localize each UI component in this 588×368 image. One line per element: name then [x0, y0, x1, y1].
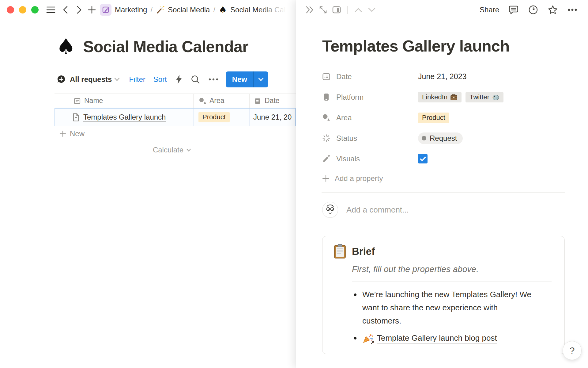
bird-icon	[492, 94, 499, 101]
calculate-dropdown[interactable]: Calculate	[55, 141, 194, 159]
memo-icon[interactable]	[100, 4, 111, 16]
divider	[352, 282, 552, 282]
brief-heading[interactable]: Brief	[352, 246, 375, 257]
visuals-checkbox-checked[interactable]	[418, 154, 428, 163]
breadcrumb-separator: /	[213, 6, 215, 14]
minimize-window-button[interactable]	[19, 6, 26, 13]
magic-wand-icon	[156, 6, 164, 14]
property-row-area: Area Product	[322, 107, 565, 128]
table-header-row: Name Area Date	[55, 94, 296, 108]
page-icon-spade[interactable]: ♠	[56, 36, 76, 58]
breadcrumb-item-marketing[interactable]: Marketing	[115, 6, 147, 14]
record-title[interactable]: Templates Gallery launch	[83, 113, 166, 121]
column-header-date[interactable]: Date	[250, 94, 296, 108]
briefcase-icon	[450, 94, 458, 101]
property-row-date: Date June 21, 2023	[322, 66, 565, 87]
area-tag-product[interactable]: Product	[418, 113, 449, 123]
breadcrumb-item-social-media-calendar[interactable]: Social Media Cal	[230, 6, 285, 14]
automations-lightning-icon[interactable]	[175, 75, 183, 84]
property-label-visuals[interactable]: Visuals	[322, 155, 418, 163]
table-row-templates-gallery-launch[interactable]: Templates Gallery launch Product June 21…	[55, 108, 296, 126]
breadcrumb: Marketing / Social Media / ♠ Social Medi…	[100, 4, 285, 16]
pencil-icon	[322, 155, 330, 163]
record-page-title[interactable]: Templates Gallery launch	[322, 37, 565, 55]
share-button[interactable]: Share	[480, 6, 499, 14]
property-row-status: Status Request	[322, 128, 565, 148]
party-popper-icon: ↗	[362, 333, 373, 344]
calendar-icon	[322, 72, 330, 81]
blog-post-page-link[interactable]: Template Gallery launch blog post	[377, 332, 497, 345]
help-button[interactable]: ?	[563, 341, 582, 360]
title-property-icon	[74, 97, 81, 105]
user-avatar[interactable]	[322, 202, 338, 218]
property-value-date[interactable]: June 21, 2023	[418, 72, 466, 81]
platform-tag-linkedin[interactable]: LinkedIn	[418, 92, 462, 102]
new-record-dropdown[interactable]	[253, 71, 268, 87]
new-page-plus-icon[interactable]	[86, 4, 97, 15]
side-peek-panel: Share Templates Gallery launch	[296, 0, 588, 368]
view-selector[interactable]: All requests	[70, 75, 112, 84]
column-header-area[interactable]: Area	[194, 94, 250, 108]
property-label-date[interactable]: Date	[322, 72, 418, 81]
expand-fullpage-icon[interactable]	[318, 5, 328, 15]
new-record-button[interactable]: New	[226, 71, 253, 87]
chevron-down-icon	[186, 148, 191, 152]
property-label-status[interactable]: Status	[322, 134, 418, 143]
previous-record-chevron-up-icon[interactable]	[353, 5, 364, 15]
filter-button[interactable]: Filter	[129, 75, 145, 84]
property-value-status[interactable]: Request	[418, 132, 463, 144]
property-label-area[interactable]: Area	[322, 113, 418, 122]
updates-clock-icon[interactable]	[528, 5, 538, 15]
next-record-chevron-down-icon[interactable]	[367, 5, 377, 15]
property-value-visuals	[418, 154, 428, 163]
brief-bullet-list: We’re launching the new Templates Galler…	[352, 288, 553, 345]
add-property-button[interactable]: Add a property	[322, 169, 565, 188]
divider	[322, 227, 565, 227]
spade-icon: ♠	[219, 5, 227, 14]
plus-icon	[59, 130, 66, 137]
calendar-icon	[254, 97, 261, 105]
database-pane: Marketing / Social Media / ♠ Social Medi…	[0, 0, 296, 368]
requests-view-icon	[57, 75, 66, 84]
chevron-down-icon[interactable]	[114, 78, 120, 81]
brief-hint-text[interactable]: First, fill out the properties above.	[352, 264, 553, 274]
breadcrumb-item-social-media[interactable]: Social Media	[168, 6, 210, 14]
status-dot	[422, 136, 426, 140]
platform-tag-twitter[interactable]: Twitter	[466, 92, 503, 102]
peek-mode-sidebar-icon[interactable]	[331, 5, 342, 15]
area-tag-product[interactable]: Product	[198, 112, 230, 122]
close-peek-double-chevron-icon[interactable]	[304, 5, 315, 15]
shapes-icon	[199, 97, 206, 105]
status-loading-icon	[322, 134, 330, 142]
search-icon[interactable]	[191, 75, 200, 84]
name-cell[interactable]: Templates Gallery launch	[55, 109, 194, 126]
area-cell[interactable]: Product	[194, 109, 250, 126]
page-more-options-icon[interactable]	[567, 5, 578, 15]
hamburger-menu-icon[interactable]	[45, 4, 56, 15]
sort-button[interactable]: Sort	[153, 75, 167, 84]
column-header-name[interactable]: Name	[55, 94, 194, 108]
phone-icon	[322, 93, 330, 101]
forward-icon[interactable]	[74, 4, 85, 15]
close-window-button[interactable]	[7, 6, 14, 13]
left-topbar: Marketing / Social Media / ♠ Social Medi…	[0, 0, 296, 20]
new-record-split-button: New	[226, 71, 268, 87]
comment-input[interactable]: Add a comment...	[346, 205, 565, 215]
back-icon[interactable]	[60, 4, 71, 15]
window-controls	[7, 6, 39, 13]
status-pill-request[interactable]: Request	[418, 132, 463, 144]
date-cell[interactable]: June 21, 20	[250, 109, 295, 126]
property-value-area[interactable]: Product	[418, 113, 449, 123]
table-new-row-button[interactable]: New	[55, 126, 296, 141]
property-list: Date June 21, 2023 Platform LinkedIn	[322, 66, 565, 188]
property-label-platform[interactable]: Platform	[322, 93, 418, 102]
more-options-icon[interactable]	[208, 78, 219, 81]
page-title: Social Media Calendar	[83, 37, 248, 56]
brief-bullet-item[interactable]: We’re launching the new Templates Galler…	[352, 288, 553, 328]
zoom-window-button[interactable]	[31, 6, 39, 13]
property-value-platform[interactable]: LinkedIn Twitter	[418, 92, 503, 102]
comments-icon[interactable]	[508, 5, 519, 15]
breadcrumb-separator: /	[150, 6, 153, 14]
favorite-star-icon[interactable]	[548, 5, 558, 15]
brief-bullet-item[interactable]: ↗ Template Gallery launch blog post	[352, 332, 553, 345]
